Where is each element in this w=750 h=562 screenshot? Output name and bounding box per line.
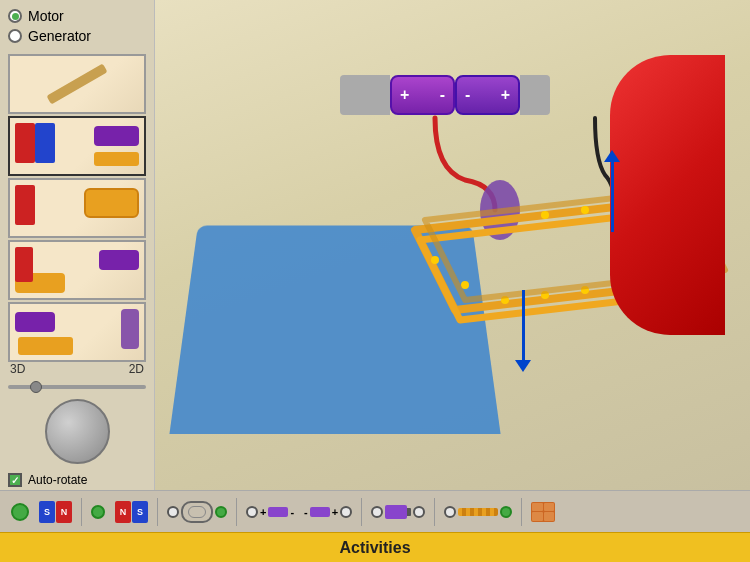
thumb3-red xyxy=(15,185,35,225)
thumb1-stick xyxy=(46,63,107,104)
thumb2-coil xyxy=(94,152,139,166)
view-labels: 3D 2D xyxy=(8,362,146,376)
bat-tip xyxy=(407,508,411,516)
battery-cell-circle-2 xyxy=(413,506,425,518)
thumb2-red xyxy=(15,123,35,163)
svg-point-2 xyxy=(581,206,589,214)
separator-1 xyxy=(81,498,82,526)
generator-radio[interactable]: Generator xyxy=(8,28,146,44)
trackball-container xyxy=(8,399,146,464)
2d-label: 2D xyxy=(129,362,144,376)
3d-label: 3D xyxy=(10,362,25,376)
tool-indicator-2[interactable] xyxy=(88,503,108,521)
auto-rotate-row: Auto-rotate xyxy=(8,473,146,487)
view-slider-track[interactable] xyxy=(8,385,146,389)
battery-mp-group: - + xyxy=(304,506,352,518)
simulation-area: + - - + xyxy=(155,0,750,490)
battery-pm-group: + - xyxy=(246,506,294,518)
coil-circle-right xyxy=(215,506,227,518)
thumb2-blue xyxy=(35,123,55,163)
wire-strip-icon xyxy=(458,508,498,516)
sidebar: Motor Generator xyxy=(0,0,155,490)
tool-battery-pm[interactable]: + - xyxy=(243,504,297,520)
battery-cell-group xyxy=(371,505,425,519)
arrow-down xyxy=(515,290,531,372)
brick-icon xyxy=(531,502,555,522)
wire-right-circle xyxy=(500,506,512,518)
tool-battery-cell[interactable] xyxy=(368,503,428,521)
mag-s-2: S xyxy=(132,501,148,523)
svg-point-1 xyxy=(541,211,549,219)
battery-mp-minus: - xyxy=(304,506,308,518)
separator-6 xyxy=(521,498,522,526)
arrow-up-head xyxy=(604,150,620,162)
thumbnail-1[interactable] xyxy=(8,54,146,114)
brick-cell-3 xyxy=(532,512,543,521)
tool-ns-magnet[interactable]: N S xyxy=(112,499,151,525)
battery-cell-circle-1 xyxy=(371,506,383,518)
battery-mp-circle xyxy=(340,506,352,518)
battery-pm-minus: - xyxy=(290,506,294,518)
content-area: Motor Generator xyxy=(0,0,750,490)
thumbnail-2[interactable] xyxy=(8,116,146,176)
view-slider-thumb[interactable] xyxy=(30,381,42,393)
mag-n-2: N xyxy=(115,501,131,523)
mag-n-1: N xyxy=(56,501,72,523)
battery-pm-circle xyxy=(246,506,258,518)
thumb5-wire xyxy=(18,337,73,355)
arrow-up-line xyxy=(611,162,614,232)
generator-radio-circle xyxy=(8,29,22,43)
thumbnail-list xyxy=(8,54,146,362)
thumb4-magnet xyxy=(15,247,33,282)
thumb4-battery xyxy=(99,250,139,270)
thumb2-battery xyxy=(94,126,139,146)
red-magnet xyxy=(610,55,725,335)
wire-strip-group xyxy=(444,506,512,518)
arrow-down-line xyxy=(522,290,525,360)
tool-sn-magnet[interactable]: S N xyxy=(36,499,75,525)
coil-switch-group xyxy=(167,501,227,523)
auto-rotate-label: Auto-rotate xyxy=(28,473,87,487)
mode-selector: Motor Generator xyxy=(8,8,146,44)
trackball[interactable] xyxy=(45,399,110,464)
thumbnail-4[interactable] xyxy=(8,240,146,300)
ns-magnet-icon: N S xyxy=(115,501,148,523)
bat-body xyxy=(385,505,407,519)
tool-coil-switch[interactable] xyxy=(164,499,230,525)
wire-left-circle xyxy=(444,506,456,518)
auto-rotate-checkbox[interactable] xyxy=(8,473,22,487)
activities-bar[interactable]: Activities xyxy=(0,532,750,562)
tool-battery-mp[interactable]: - + xyxy=(301,504,355,520)
app-container: Motor Generator xyxy=(0,0,750,562)
coil-outline-icon xyxy=(181,501,213,523)
battery-cell-icon xyxy=(385,505,411,519)
tool-wire-strip[interactable] xyxy=(441,504,515,520)
motor-radio[interactable]: Motor xyxy=(8,8,146,24)
generator-label: Generator xyxy=(28,28,91,44)
battery-pm-plus: + xyxy=(260,506,266,518)
mag-s-1: S xyxy=(39,501,55,523)
green-power-icon xyxy=(11,503,29,521)
green-indicator-2 xyxy=(91,505,105,519)
motor-label: Motor xyxy=(28,8,64,24)
sn-magnet-icon: S N xyxy=(39,501,72,523)
thumbnail-3[interactable] xyxy=(8,178,146,238)
arrow-down-head xyxy=(515,360,531,372)
thumbnail-5[interactable] xyxy=(8,302,146,362)
battery-mp-plus: + xyxy=(332,506,338,518)
brick-cell-4 xyxy=(544,512,555,521)
scene: + - - + xyxy=(155,0,750,490)
separator-2 xyxy=(157,498,158,526)
view-slider-area xyxy=(8,380,146,394)
separator-5 xyxy=(434,498,435,526)
tool-brick[interactable] xyxy=(528,500,558,524)
tool-power-indicator[interactable] xyxy=(8,501,32,523)
thumb3-coil xyxy=(84,188,139,218)
activities-label: Activities xyxy=(339,539,410,557)
bottom-toolbar: S N N S xyxy=(0,490,750,532)
thumb5-coil-holder xyxy=(121,309,139,349)
arrow-up xyxy=(604,150,620,232)
brick-cell-2 xyxy=(544,503,555,512)
brick-cell-1 xyxy=(532,503,543,512)
thumb5-battery xyxy=(15,312,55,332)
